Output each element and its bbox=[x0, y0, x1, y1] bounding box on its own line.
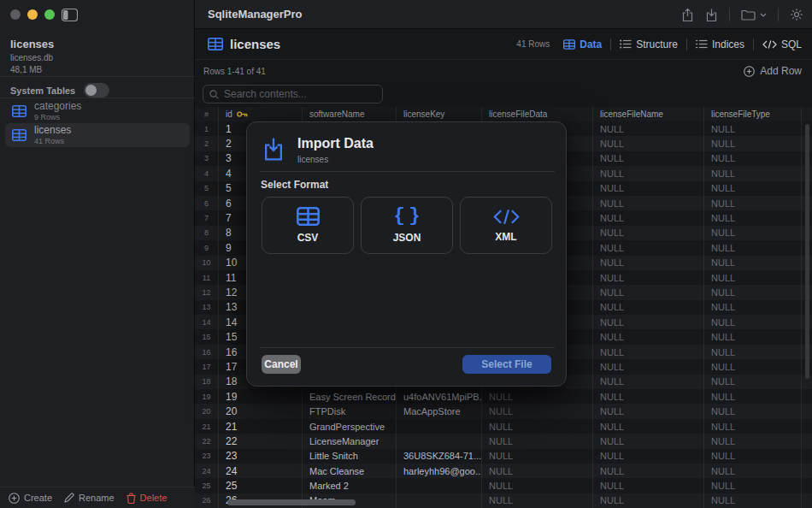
table-cell[interactable]: NULL bbox=[593, 121, 704, 136]
table-cell[interactable]: 24 bbox=[195, 464, 219, 478]
table-cell[interactable]: NULL bbox=[482, 478, 593, 493]
table-cell[interactable]: 20 bbox=[219, 404, 303, 418]
import-icon[interactable] bbox=[705, 8, 718, 22]
table-cell[interactable]: 23 bbox=[195, 449, 219, 464]
table-cell[interactable]: 4 bbox=[195, 166, 219, 180]
table-cell[interactable]: Easy Screen Record... bbox=[303, 389, 397, 404]
table-cell[interactable]: NULL bbox=[593, 166, 704, 180]
table-cell[interactable]: FTPDisk bbox=[303, 404, 397, 418]
table-cell[interactable]: NULL bbox=[593, 493, 704, 508]
table-cell[interactable]: NULL bbox=[593, 464, 704, 478]
table-cell[interactable]: 21 bbox=[219, 419, 303, 434]
table-cell[interactable]: 24 bbox=[219, 464, 303, 478]
table-cell[interactable]: NULL bbox=[593, 226, 704, 240]
tab-structure[interactable]: Structure bbox=[620, 38, 678, 50]
table-cell[interactable]: NULL bbox=[593, 196, 704, 210]
table-cell[interactable]: NULL bbox=[704, 166, 802, 180]
table-cell[interactable]: NULL bbox=[704, 493, 802, 508]
table-cell[interactable]: NULL bbox=[704, 375, 802, 389]
table-cell[interactable]: 36U8SKZ684-71... bbox=[397, 449, 482, 464]
table-cell[interactable]: NULL bbox=[593, 270, 704, 285]
table-cell[interactable]: 2 bbox=[195, 136, 219, 151]
export-share-icon[interactable] bbox=[681, 8, 694, 22]
select-file-button[interactable]: Select File bbox=[462, 355, 551, 374]
table-cell[interactable]: NULL bbox=[593, 315, 704, 329]
table-cell[interactable]: NULL bbox=[593, 181, 704, 196]
table-row[interactable]: 2525Marked 2NULLNULLNULL bbox=[195, 478, 812, 493]
table-cell[interactable]: NULL bbox=[704, 434, 802, 448]
table-cell[interactable]: 23 bbox=[219, 449, 303, 464]
table-cell[interactable]: NULL bbox=[704, 419, 802, 434]
tab-sql[interactable]: SQL bbox=[762, 38, 802, 50]
table-cell[interactable]: NULL bbox=[704, 210, 802, 225]
table-cell[interactable]: NULL bbox=[593, 136, 704, 151]
vertical-scrollbar[interactable] bbox=[805, 124, 809, 379]
sidebar-toggle-icon[interactable] bbox=[60, 8, 79, 22]
tab-indices[interactable]: Indices bbox=[696, 38, 744, 50]
column-header-licenseKey[interactable]: licenseKey bbox=[397, 107, 482, 121]
table-cell[interactable]: NULL bbox=[704, 404, 802, 418]
table-cell[interactable]: 19 bbox=[219, 389, 303, 404]
table-cell[interactable]: NULL bbox=[482, 449, 593, 464]
search-box[interactable] bbox=[203, 85, 383, 103]
table-cell[interactable]: 5 bbox=[195, 181, 219, 196]
table-row[interactable]: 2121GrandPerspectiveNULLNULLNULL bbox=[195, 419, 812, 434]
table-cell[interactable]: NULL bbox=[593, 240, 704, 255]
table-cell[interactable]: Little Snitch bbox=[303, 449, 397, 464]
table-cell[interactable]: 9 bbox=[195, 240, 219, 255]
table-row[interactable]: 2424Mac Cleanseharleyhh96@goo...NULLNULL… bbox=[195, 464, 812, 478]
table-cell[interactable]: GrandPerspective bbox=[303, 419, 397, 434]
close-window-button[interactable] bbox=[10, 9, 21, 20]
table-row[interactable]: 2020FTPDiskMacAppStoreNULLNULLNULL bbox=[195, 404, 812, 418]
horizontal-scrollbar[interactable] bbox=[227, 499, 356, 505]
table-cell[interactable]: NULL bbox=[704, 256, 802, 270]
table-cell[interactable] bbox=[397, 419, 482, 434]
table-cell[interactable]: NULL bbox=[482, 419, 593, 434]
table-cell[interactable]: NULL bbox=[482, 404, 593, 418]
table-cell[interactable]: NULL bbox=[482, 493, 593, 508]
table-cell[interactable]: 6 bbox=[195, 196, 219, 210]
table-cell[interactable]: NULL bbox=[593, 329, 704, 344]
table-cell[interactable] bbox=[397, 493, 482, 508]
table-cell[interactable]: NULL bbox=[593, 375, 704, 389]
table-cell[interactable]: 25 bbox=[219, 478, 303, 493]
rename-button[interactable]: Rename bbox=[64, 493, 115, 503]
table-cell[interactable]: NULL bbox=[593, 151, 704, 166]
column-header-id[interactable]: id bbox=[219, 107, 303, 121]
column-header-licenseFileData[interactable]: licenseFileData bbox=[482, 107, 593, 121]
system-tables-toggle[interactable] bbox=[84, 83, 109, 97]
table-cell[interactable]: 7 bbox=[195, 210, 219, 225]
table-cell[interactable]: NULL bbox=[593, 389, 704, 404]
table-cell[interactable]: NULL bbox=[593, 345, 704, 359]
gear-icon[interactable] bbox=[790, 8, 803, 21]
add-row-button[interactable]: Add Row bbox=[744, 65, 802, 77]
format-card-csv[interactable]: CSV bbox=[262, 197, 354, 254]
table-cell[interactable]: NULL bbox=[704, 285, 802, 299]
table-cell[interactable]: NULL bbox=[593, 478, 704, 493]
table-cell[interactable]: NULL bbox=[704, 345, 802, 359]
table-cell[interactable]: 21 bbox=[195, 419, 219, 434]
column-header-softwareName[interactable]: softwareName bbox=[303, 107, 397, 121]
table-cell[interactable]: 14 bbox=[195, 315, 219, 329]
table-cell[interactable]: NULL bbox=[704, 389, 802, 404]
table-row[interactable]: 2222LicenseManagerNULLNULLNULL bbox=[195, 434, 812, 448]
table-cell[interactable]: MacAppStore bbox=[397, 404, 482, 418]
folder-menu-button[interactable] bbox=[741, 9, 767, 21]
table-cell[interactable]: NULL bbox=[704, 151, 802, 166]
sidebar-item-licenses[interactable]: licenses 41 Rows bbox=[5, 123, 190, 147]
column-header-num[interactable]: # bbox=[195, 107, 219, 121]
format-card-json[interactable]: { } JSON bbox=[361, 197, 453, 254]
table-cell[interactable]: u4foANV61MpiPB... bbox=[397, 389, 482, 404]
minimize-window-button[interactable] bbox=[27, 9, 38, 20]
table-cell[interactable]: NULL bbox=[593, 404, 704, 418]
column-header-licenseFileType[interactable]: licenseFileType bbox=[704, 107, 802, 121]
table-cell[interactable]: NULL bbox=[593, 434, 704, 448]
table-cell[interactable]: 8 bbox=[195, 226, 219, 240]
table-cell[interactable]: NULL bbox=[593, 359, 704, 374]
table-cell[interactable]: 26 bbox=[195, 493, 219, 508]
table-cell[interactable]: NULL bbox=[482, 464, 593, 478]
table-cell[interactable]: 22 bbox=[195, 434, 219, 448]
table-cell[interactable]: NULL bbox=[593, 256, 704, 270]
table-cell[interactable] bbox=[397, 434, 482, 448]
table-cell[interactable]: 19 bbox=[195, 389, 219, 404]
